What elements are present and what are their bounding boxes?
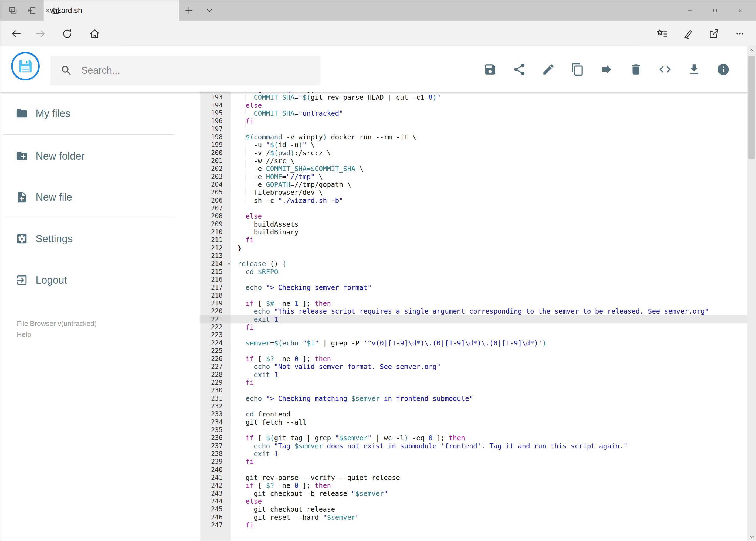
code-line-text[interactable]: -w //src \ bbox=[231, 157, 747, 165]
code-line-239[interactable]: 239 fi bbox=[200, 458, 747, 466]
code-line-text[interactable]: if [ $? -ne 0 ]; then bbox=[231, 355, 747, 363]
code-line-text[interactable]: else bbox=[231, 497, 747, 505]
minimize-button[interactable] bbox=[677, 0, 702, 21]
code-line-209[interactable]: 209 buildAssets bbox=[200, 221, 747, 228]
home-button[interactable] bbox=[89, 28, 101, 40]
code-line-243[interactable]: 243 git checkout -b release "$semver" bbox=[200, 490, 747, 497]
code-line-242[interactable]: 242 if [ $? -ne 0 ]; then bbox=[200, 482, 747, 489]
web-note-icon[interactable] bbox=[682, 28, 694, 40]
code-line-194[interactable]: 194 else bbox=[200, 102, 747, 109]
code-line-210[interactable]: 210 buildBinary bbox=[200, 228, 747, 236]
code-line-text[interactable]: echo "> Checking semver format" bbox=[231, 283, 747, 291]
browser-tab[interactable]: wizard.sh bbox=[44, 0, 179, 21]
sidebar-item-new-folder[interactable]: New folder bbox=[0, 148, 189, 165]
code-line-text[interactable]: exit 1 bbox=[231, 315, 747, 323]
maximize-button[interactable] bbox=[702, 0, 727, 21]
code-line-text[interactable]: echo "This release script requires a sin… bbox=[231, 307, 747, 315]
search-bar[interactable] bbox=[51, 56, 320, 85]
code-line-203[interactable]: 203 -e HOME="//tmp" \ bbox=[200, 173, 747, 181]
browser-share-icon[interactable] bbox=[708, 28, 720, 40]
tab-list-chevron-icon[interactable] bbox=[204, 5, 215, 16]
code-line-228[interactable]: 228 exit 1 bbox=[200, 371, 747, 379]
code-line-text[interactable]: filebrowser/dev \ bbox=[231, 189, 747, 196]
code-line-text[interactable]: COMMIT_SHA="$(git rev-parse HEAD | cut -… bbox=[231, 94, 747, 101]
help-link[interactable]: Help bbox=[17, 329, 31, 340]
new-tab-icon[interactable] bbox=[183, 5, 194, 16]
info-button[interactable] bbox=[717, 63, 730, 76]
code-line-text[interactable] bbox=[231, 347, 747, 355]
code-line-text[interactable]: if [ $(git tag | grep "$semver" | wc -l)… bbox=[231, 434, 747, 442]
code-line-206[interactable]: 206 sh -c "./wizard.sh -b" bbox=[200, 197, 747, 205]
refresh-button[interactable] bbox=[61, 28, 73, 40]
code-line-text[interactable] bbox=[231, 276, 747, 283]
code-line-text[interactable]: echo "Tag $semver does not exist in subm… bbox=[231, 442, 747, 450]
code-line-235[interactable]: 235 bbox=[200, 426, 747, 434]
delete-button[interactable] bbox=[629, 63, 642, 76]
code-line-text[interactable] bbox=[231, 205, 747, 212]
code-line-text[interactable]: if [ $# -ne 1 ]; then bbox=[231, 299, 747, 307]
code-line-text[interactable]: git checkout release bbox=[231, 505, 747, 513]
code-line-238[interactable]: 238 exit 1 bbox=[200, 450, 747, 458]
more-options-icon[interactable] bbox=[734, 28, 746, 40]
code-line-245[interactable]: 245 git checkout release bbox=[200, 505, 747, 513]
page-scrollbar[interactable] bbox=[747, 46, 756, 541]
code-line-196[interactable]: 196 fi bbox=[200, 117, 747, 125]
code-line-text[interactable]: release () { bbox=[231, 260, 747, 268]
code-line-text[interactable]: fi bbox=[231, 117, 747, 125]
code-line-226[interactable]: 226 if [ $? -ne 0 ]; then bbox=[200, 355, 747, 363]
code-line-227[interactable]: 227 echo "Not valid semver format. See s… bbox=[200, 363, 747, 370]
code-line-text[interactable] bbox=[231, 292, 747, 299]
code-line-232[interactable]: 232 bbox=[200, 402, 747, 410]
code-rows[interactable]: 192 if [ -d ".git" ]; then193 COMMIT_SHA… bbox=[200, 92, 747, 529]
tab-previews-icon[interactable] bbox=[8, 5, 18, 16]
sidebar-item-logout[interactable]: Logout bbox=[0, 272, 189, 288]
fold-toggle-icon[interactable]: ▼ bbox=[228, 260, 230, 268]
move-button[interactable] bbox=[600, 63, 614, 76]
code-line-204[interactable]: 204 -e GOPATH=//tmp/gopath \ bbox=[200, 181, 747, 189]
code-line-221[interactable]: 221 exit 1 bbox=[200, 315, 747, 323]
sidebar-item-new-file[interactable]: New file bbox=[0, 189, 189, 206]
code-line-text[interactable]: -e GOPATH=//tmp/gopath \ bbox=[231, 181, 747, 189]
code-line-text[interactable]: -v /$(pwd):/src:z \ bbox=[231, 149, 747, 157]
code-line-200[interactable]: 200 -v /$(pwd):/src:z \ bbox=[200, 149, 747, 157]
sidebar-item-my-files[interactable]: My files bbox=[0, 105, 189, 122]
code-line-214[interactable]: 214▼release () { bbox=[200, 260, 747, 268]
sidebar-item-settings[interactable]: Settings bbox=[0, 231, 189, 247]
code-line-211[interactable]: 211 fi bbox=[200, 236, 747, 244]
code-line-197[interactable]: 197 bbox=[200, 125, 747, 133]
code-line-text[interactable]: cd $REPO bbox=[231, 268, 747, 276]
code-line-text[interactable]: cd frontend bbox=[231, 410, 747, 418]
back-button[interactable] bbox=[10, 28, 22, 40]
tab-close-icon[interactable] bbox=[44, 6, 52, 15]
scroll-down-icon[interactable] bbox=[747, 533, 756, 541]
code-line-text[interactable]: echo "Not valid semver format. See semve… bbox=[231, 363, 747, 370]
code-line-text[interactable]: COMMIT_SHA="untracked" bbox=[231, 109, 747, 117]
code-line-text[interactable]: git checkout -b release "$semver" bbox=[231, 490, 747, 497]
code-line-text[interactable]: buildAssets bbox=[231, 221, 747, 228]
code-line-233[interactable]: 233 cd frontend bbox=[200, 410, 747, 418]
code-line-234[interactable]: 234 git fetch --all bbox=[200, 418, 747, 426]
code-line-text[interactable]: exit 1 bbox=[231, 450, 747, 458]
code-line-text[interactable]: fi bbox=[231, 458, 747, 466]
code-line-230[interactable]: 230 bbox=[200, 386, 747, 394]
code-line-text[interactable]: sh -c "./wizard.sh -b" bbox=[231, 197, 747, 205]
code-line-198[interactable]: 198 $(command -v winpty) docker run --rm… bbox=[200, 133, 747, 141]
code-line-text[interactable]: if [ $? -ne 0 ]; then bbox=[231, 482, 747, 489]
code-line-text[interactable]: else bbox=[231, 212, 747, 220]
forward-button[interactable] bbox=[35, 28, 46, 40]
code-line-222[interactable]: 222 fi bbox=[200, 323, 747, 331]
favorites-hub-icon[interactable] bbox=[656, 28, 668, 40]
save-button[interactable] bbox=[483, 63, 497, 76]
search-input[interactable] bbox=[81, 65, 320, 76]
code-line-text[interactable]: fi bbox=[231, 521, 747, 529]
scrollbar-thumb[interactable] bbox=[748, 56, 755, 159]
code-line-207[interactable]: 207 bbox=[200, 205, 747, 212]
code-line-text[interactable]: $(command -v winpty) docker run --rm -it… bbox=[231, 133, 747, 141]
download-button[interactable] bbox=[687, 63, 701, 76]
code-line-219[interactable]: 219 if [ $# -ne 1 ]; then bbox=[200, 299, 747, 307]
code-line-223[interactable]: 223 bbox=[200, 331, 747, 339]
code-line-text[interactable]: git rev-parse --verify --quiet release bbox=[231, 474, 747, 482]
code-line-202[interactable]: 202 -e COMMIT_SHA=$COMMIT_SHA \ bbox=[200, 165, 747, 173]
code-line-text[interactable] bbox=[231, 402, 747, 410]
code-line-text[interactable] bbox=[231, 466, 747, 474]
